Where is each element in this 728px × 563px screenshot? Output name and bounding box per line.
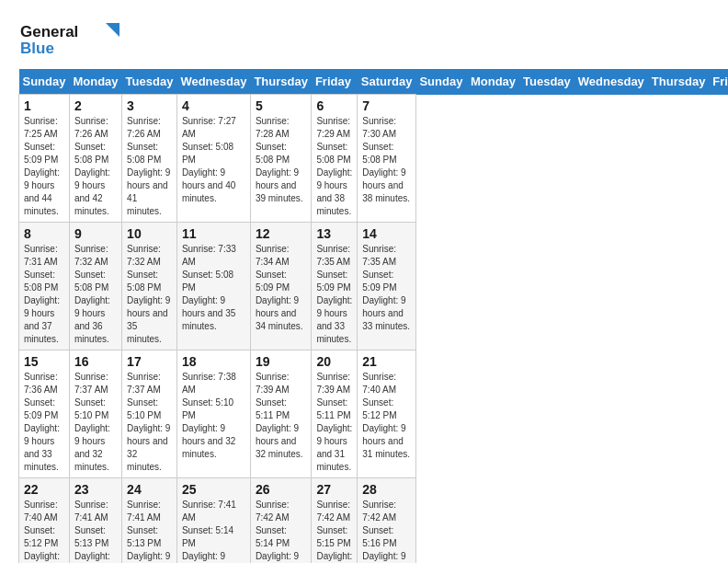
day-number: 27: [316, 482, 352, 497]
calendar-cell: 11Sunrise: 7:33 AMSunset: 5:08 PMDayligh…: [176, 223, 250, 350]
day-info: Sunrise: 7:40 AMSunset: 5:12 PMDaylight:…: [24, 499, 64, 563]
day-number: 6: [316, 98, 352, 113]
day-number: 5: [256, 98, 307, 113]
calendar-week-3: 15Sunrise: 7:36 AMSunset: 5:09 PMDayligh…: [19, 350, 729, 478]
day-number: 2: [74, 98, 117, 113]
day-info: Sunrise: 7:35 AMSunset: 5:09 PMDaylight:…: [362, 243, 411, 333]
calendar-week-2: 8Sunrise: 7:31 AMSunset: 5:08 PMDaylight…: [19, 223, 729, 350]
day-info: Sunrise: 7:32 AMSunset: 5:08 PMDaylight:…: [74, 243, 117, 346]
day-number: 19: [256, 354, 307, 369]
day-info: Sunrise: 7:30 AMSunset: 5:08 PMDaylight:…: [362, 115, 411, 205]
day-info: Sunrise: 7:35 AMSunset: 5:09 PMDaylight:…: [316, 243, 352, 346]
calendar-cell: 13Sunrise: 7:35 AMSunset: 5:09 PMDayligh…: [312, 223, 358, 350]
day-number: 12: [256, 226, 307, 241]
day-info: Sunrise: 7:26 AMSunset: 5:08 PMDaylight:…: [74, 115, 117, 218]
day-info: Sunrise: 7:37 AMSunset: 5:10 PMDaylight:…: [74, 371, 117, 474]
day-info: Sunrise: 7:40 AMSunset: 5:12 PMDaylight:…: [362, 371, 411, 461]
day-info: Sunrise: 7:42 AMSunset: 5:14 PMDaylight:…: [256, 499, 307, 563]
weekday-header-wednesday: Wednesday: [176, 69, 250, 95]
day-info: Sunrise: 7:25 AMSunset: 5:09 PMDaylight:…: [24, 115, 64, 218]
calendar-cell: 20Sunrise: 7:39 AMSunset: 5:11 PMDayligh…: [312, 350, 358, 478]
calendar-cell: 25Sunrise: 7:41 AMSunset: 5:14 PMDayligh…: [176, 478, 250, 564]
calendar-week-4: 22Sunrise: 7:40 AMSunset: 5:12 PMDayligh…: [19, 478, 729, 564]
weekday-header-friday: Friday: [312, 69, 358, 95]
svg-marker-2: [106, 23, 119, 37]
calendar-week-1: 1Sunrise: 7:25 AMSunset: 5:09 PMDaylight…: [19, 95, 729, 223]
day-number: 3: [127, 98, 172, 113]
day-number: 10: [127, 226, 172, 241]
weekday-header-sunday: Sunday: [415, 69, 466, 95]
day-number: 18: [182, 354, 245, 369]
svg-text:General: General: [20, 23, 78, 40]
calendar-cell: 22Sunrise: 7:40 AMSunset: 5:12 PMDayligh…: [19, 478, 70, 564]
day-number: 26: [256, 482, 307, 497]
calendar-cell: 28Sunrise: 7:42 AMSunset: 5:16 PMDayligh…: [358, 478, 416, 564]
day-info: Sunrise: 7:28 AMSunset: 5:08 PMDaylight:…: [256, 115, 307, 205]
day-number: 11: [182, 226, 245, 241]
calendar-cell: 1Sunrise: 7:25 AMSunset: 5:09 PMDaylight…: [19, 95, 70, 223]
day-info: Sunrise: 7:31 AMSunset: 5:08 PMDaylight:…: [24, 243, 64, 346]
calendar-cell: 23Sunrise: 7:41 AMSunset: 5:13 PMDayligh…: [69, 478, 121, 564]
logo-svg: General Blue: [18, 18, 129, 60]
calendar-cell: 26Sunrise: 7:42 AMSunset: 5:14 PMDayligh…: [250, 478, 312, 564]
day-number: 24: [127, 482, 172, 497]
day-info: Sunrise: 7:39 AMSunset: 5:11 PMDaylight:…: [316, 371, 352, 474]
day-info: Sunrise: 7:32 AMSunset: 5:08 PMDaylight:…: [127, 243, 172, 346]
calendar-cell: 6Sunrise: 7:29 AMSunset: 5:08 PMDaylight…: [312, 95, 358, 223]
calendar-cell: 27Sunrise: 7:42 AMSunset: 5:15 PMDayligh…: [312, 478, 358, 564]
day-number: 20: [316, 354, 352, 369]
day-number: 21: [362, 354, 411, 369]
day-number: 17: [127, 354, 172, 369]
weekday-header-monday: Monday: [467, 69, 519, 95]
day-number: 4: [182, 98, 245, 113]
svg-text:Blue: Blue: [20, 40, 54, 57]
day-info: Sunrise: 7:33 AMSunset: 5:08 PMDaylight:…: [182, 243, 245, 333]
weekday-header-row: SundayMondayTuesdayWednesdayThursdayFrid…: [19, 69, 729, 95]
weekday-header-friday: Friday: [709, 69, 728, 95]
logo-container: General Blue: [18, 18, 129, 60]
day-number: 28: [362, 482, 411, 497]
calendar-cell: 10Sunrise: 7:32 AMSunset: 5:08 PMDayligh…: [122, 223, 177, 350]
day-info: Sunrise: 7:41 AMSunset: 5:13 PMDaylight:…: [74, 499, 117, 563]
day-info: Sunrise: 7:37 AMSunset: 5:10 PMDaylight:…: [127, 371, 172, 474]
calendar-cell: 7Sunrise: 7:30 AMSunset: 5:08 PMDaylight…: [358, 95, 416, 223]
calendar-cell: 18Sunrise: 7:38 AMSunset: 5:10 PMDayligh…: [176, 350, 250, 478]
calendar-cell: 15Sunrise: 7:36 AMSunset: 5:09 PMDayligh…: [19, 350, 70, 478]
logo: General Blue: [18, 18, 129, 60]
day-info: Sunrise: 7:29 AMSunset: 5:08 PMDaylight:…: [316, 115, 352, 218]
day-number: 13: [316, 226, 352, 241]
calendar-cell: 8Sunrise: 7:31 AMSunset: 5:08 PMDaylight…: [19, 223, 70, 350]
day-number: 1: [24, 98, 64, 113]
weekday-header-thursday: Thursday: [250, 69, 312, 95]
calendar-cell: 21Sunrise: 7:40 AMSunset: 5:12 PMDayligh…: [358, 350, 416, 478]
calendar-table: SundayMondayTuesdayWednesdayThursdayFrid…: [18, 69, 728, 563]
calendar-cell: 12Sunrise: 7:34 AMSunset: 5:09 PMDayligh…: [250, 223, 312, 350]
calendar-cell: 4Sunrise: 7:27 AMSunset: 5:08 PMDaylight…: [176, 95, 250, 223]
calendar-cell: 9Sunrise: 7:32 AMSunset: 5:08 PMDaylight…: [69, 223, 121, 350]
weekday-header-tuesday: Tuesday: [519, 69, 574, 95]
calendar-cell: 14Sunrise: 7:35 AMSunset: 5:09 PMDayligh…: [358, 223, 416, 350]
calendar-cell: 3Sunrise: 7:26 AMSunset: 5:08 PMDaylight…: [122, 95, 177, 223]
day-number: 16: [74, 354, 117, 369]
day-number: 8: [24, 226, 64, 241]
day-number: 25: [182, 482, 245, 497]
weekday-header-sunday: Sunday: [19, 69, 70, 95]
day-info: Sunrise: 7:42 AMSunset: 5:16 PMDaylight:…: [362, 499, 411, 563]
day-info: Sunrise: 7:42 AMSunset: 5:15 PMDaylight:…: [316, 499, 352, 563]
day-info: Sunrise: 7:41 AMSunset: 5:14 PMDaylight:…: [182, 499, 245, 563]
day-info: Sunrise: 7:41 AMSunset: 5:13 PMDaylight:…: [127, 499, 172, 563]
calendar-cell: 24Sunrise: 7:41 AMSunset: 5:13 PMDayligh…: [122, 478, 177, 564]
day-info: Sunrise: 7:38 AMSunset: 5:10 PMDaylight:…: [182, 371, 245, 461]
calendar-cell: 19Sunrise: 7:39 AMSunset: 5:11 PMDayligh…: [250, 350, 312, 478]
day-number: 7: [362, 98, 411, 113]
calendar-cell: 5Sunrise: 7:28 AMSunset: 5:08 PMDaylight…: [250, 95, 312, 223]
day-number: 23: [74, 482, 117, 497]
weekday-header-thursday: Thursday: [648, 69, 710, 95]
weekday-header-wednesday: Wednesday: [574, 69, 648, 95]
day-info: Sunrise: 7:34 AMSunset: 5:09 PMDaylight:…: [256, 243, 307, 333]
weekday-header-tuesday: Tuesday: [122, 69, 177, 95]
calendar-cell: 2Sunrise: 7:26 AMSunset: 5:08 PMDaylight…: [69, 95, 121, 223]
day-number: 22: [24, 482, 64, 497]
day-info: Sunrise: 7:39 AMSunset: 5:11 PMDaylight:…: [256, 371, 307, 461]
calendar-cell: 16Sunrise: 7:37 AMSunset: 5:10 PMDayligh…: [69, 350, 121, 478]
